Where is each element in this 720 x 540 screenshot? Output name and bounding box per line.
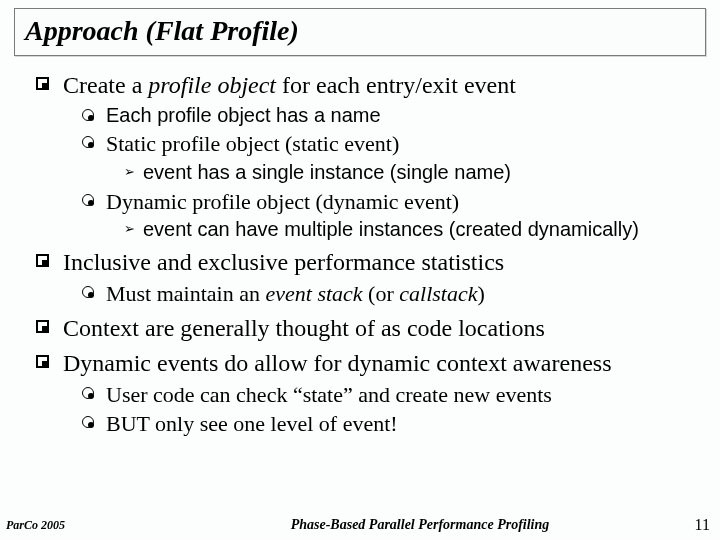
bullet-text: Inclusive and exclusive performance stat… [63,247,504,277]
bullet-level-3: ➢event can have multiple instances (crea… [124,217,702,242]
bullet-level-1: Context are generally thought of as code… [24,313,702,343]
bullet-level-2: User code can check “state” and create n… [82,381,702,409]
bullet-level-2: Dynamic profile object (dynamic event) [82,188,702,216]
bullet-level-1: Create a profile object for each entry/e… [24,70,702,100]
circle-bullet-icon [82,136,94,148]
footer-center: Phase-Based Parallel Performance Profili… [180,517,660,533]
footer-left: ParCo 2005 [0,518,180,533]
bullet-level-2: Static profile object (static event) [82,130,702,158]
square-bullet-icon [36,355,49,368]
bullet-text: Static profile object (static event) [106,130,399,158]
content-area: Create a profile object for each entry/e… [14,70,706,438]
footer-right: 11 [660,516,720,534]
bullet-level-3: ➢event has a single instance (single nam… [124,160,702,185]
circle-bullet-icon [82,194,94,206]
square-bullet-icon [36,77,49,90]
footer: ParCo 2005 Phase-Based Parallel Performa… [0,516,720,534]
circle-bullet-icon [82,286,94,298]
bullet-level-1: Inclusive and exclusive performance stat… [24,247,702,277]
bullet-text: User code can check “state” and create n… [106,381,552,409]
square-bullet-icon [36,254,49,267]
bullet-text: Dynamic profile object (dynamic event) [106,188,459,216]
circle-bullet-icon [82,416,94,428]
bullet-level-2: Each profile object has a name [82,103,702,128]
square-bullet-icon [36,320,49,333]
bullet-level-2: Must maintain an event stack (or callsta… [82,280,702,308]
bullet-text: Create a profile object for each entry/e… [63,70,516,100]
bullet-text: event has a single instance (single name… [143,160,511,185]
arrow-bullet-icon: ➢ [124,221,135,236]
circle-bullet-icon [82,109,94,121]
bullet-level-2: BUT only see one level of event! [82,410,702,438]
bullet-text: BUT only see one level of event! [106,410,398,438]
bullet-text: Dynamic events do allow for dynamic cont… [63,348,611,378]
bullet-level-1: Dynamic events do allow for dynamic cont… [24,348,702,378]
bullet-text: Context are generally thought of as code… [63,313,545,343]
arrow-bullet-icon: ➢ [124,164,135,179]
slide-title: Approach (Flat Profile) [25,15,695,47]
bullet-text: event can have multiple instances (creat… [143,217,639,242]
bullet-text: Must maintain an event stack (or callsta… [106,280,485,308]
bullet-text: Each profile object has a name [106,103,381,128]
slide: Approach (Flat Profile) Create a profile… [0,0,720,540]
title-box: Approach (Flat Profile) [14,8,706,56]
circle-bullet-icon [82,387,94,399]
